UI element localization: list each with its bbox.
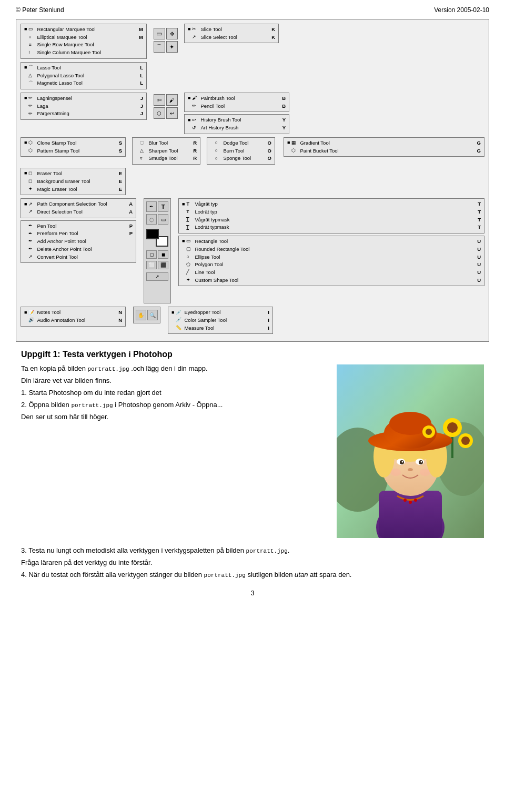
tool-rounded-rect: ■ ▢ Rounded Rectangle Tool U [182,246,481,253]
para-task-4-text: När du testat och förstått alla verktyge… [28,571,204,578]
blur-panel: ■ ◌ Blur Tool R ■ △ Sharpen Tool R ■ ▿ [132,137,200,165]
svg-point-19 [426,429,432,435]
toolbar-jump-btn[interactable]: ↗ [146,272,168,281]
diagram-row-4: ■ ⬡ Clone Stamp Tool S ■ ⬡ Pattern Stamp… [21,137,484,165]
para-task-4: 4. När du testat och förstått alla verkt… [21,571,484,578]
tool-slice-select: ■ ↗ Slice Select Tool K [188,34,275,42]
version-text: Version 2005-02-10 [434,6,489,14]
svg-point-26 [408,468,413,471]
icon-group-4: ⬡ ↩ [154,107,178,119]
tool-clone-stamp: ■ ⬡ Clone Stamp Tool S [24,139,122,147]
tool-sharpen: ■ △ Sharpen Tool R [136,147,197,155]
para-task-4-code: portratt.jpg [204,572,246,578]
tool-lagning: ■ ✏ Lagningspensel J [24,95,143,103]
tool-btn-marquee[interactable]: ▭ [154,28,165,39]
tool-direct-sel: ■ ↗ Direct Selection Tool A [24,208,133,216]
tool-history-brush: ■ ↩ History Brush Tool Y [188,116,286,124]
tool-btn-patch[interactable]: ✄ [154,94,165,106]
center-toolbar-lower: ✋ 🔍 [133,307,160,323]
toolbar-row-2: ◌ ▭ [146,214,168,225]
para-task-4-num: 4. [21,571,28,578]
tool-elliptical-marquee: ■ ○ Elliptical Marquee Tool M [24,34,143,42]
tool-eyedropper: ■ 💉 Eyedropper Tool I [171,309,269,317]
para-task-4-end: att spara den. [308,571,351,578]
tool-v-typemask: ■ T̲ Lodrät typmask T [182,224,481,231]
clone-panel: ■ ⬡ Clone Stamp Tool S ■ ⬡ Pattern Stamp… [21,137,126,157]
tool-btn-magic-wand[interactable]: ✦ [166,41,178,53]
toolbar-std-screen[interactable]: ⬜ [146,261,157,269]
para-3-text: 1. Starta Photoshop om du inte redan gjo… [21,389,161,397]
tool-mag-lasso: ■ ⌒ Magnetic Lasso Tool L [24,79,143,87]
toolbar-normal-mode[interactable]: ◻ [146,250,157,259]
tool-sponge: ■ ○ Sponge Tool O [210,155,271,163]
diagram-row-2: ■ ⌒ Lasso Tool L ■ △ Polygonal Lasso Too… [21,62,484,89]
path-pen-area: ■ ↗ Path Component Selection Tool A ■ ↗ … [21,198,136,263]
tool-gradient: ■ ▦ Gradient Tool G [287,139,481,147]
portrait-svg [337,364,484,538]
blur-dodge-area: ■ ◌ Blur Tool R ■ △ Sharpen Tool R ■ ▿ [132,137,200,165]
para-task-3: 3. Testa nu lungt och metodiskt alla ver… [21,546,484,554]
type-shape-area: ■ T Vågrät typ T ■ T Lodrät typ T ■ T̲ [178,198,484,286]
lasso-panel: ■ ⌒ Lasso Tool L ■ △ Polygonal Lasso Too… [21,62,147,89]
tool-vtype: ■ T Lodrät typ T [182,208,481,216]
task-title: Uppgift 1: Testa verktygen i Photohop [21,350,484,359]
toolbar-zoom-icon[interactable]: 🔍 [147,310,158,320]
dodge-area: ■ ○ Dodge Tool O ■ ○ Burn Tool O ■ ○ [207,137,275,165]
tool-notes: ■ 📝 Notes Tool N [24,309,122,317]
notes-area: ■ 📝 Notes Tool N ■ 🔊 Audio Annotation To… [21,307,126,326]
toolbar-lower-1: ✋ 🔍 [136,310,158,320]
para-4: 2. Öppna bilden portratt.jpg i Photoshop… [21,401,326,409]
toolbar-lower: ✋ 🔍 [133,307,160,323]
toolbar-rect-icon[interactable]: ▭ [158,214,168,225]
para-3: 1. Starta Photoshop om du inte redan gjo… [21,389,326,397]
content-flex: Ta en kopia på bilden portratt.jpg .och … [21,364,484,538]
para-task-3-dot: . [288,546,290,554]
svg-point-24 [402,461,403,463]
svg-point-4 [447,422,458,433]
svg-rect-9 [379,491,442,538]
tool-color-sampler: ■ 💉 Color Sampler Tool I [171,317,269,324]
para-task-4-mid: slutligen bilden [246,571,295,578]
notes-panel: ■ 📝 Notes Tool N ■ 🔊 Audio Annotation To… [21,307,126,326]
tool-magic-eraser: ■ ✦ Magic Eraser Tool E [24,186,122,194]
tool-btn-brush[interactable]: 🖌 [166,94,178,106]
toolbar-mask-mode[interactable]: ◼ [158,250,168,259]
center-icons-1: ▭ ✥ ⌒ ✦ [151,26,180,55]
toolbar-type-icon[interactable]: T [158,201,168,212]
color-swatches [146,229,168,247]
tool-btn-stamp[interactable]: ⬡ [154,107,165,119]
tool-eraser: ■ ◻ Eraser Tool E [24,170,122,178]
eraser-panel: ■ ◻ Eraser Tool E ■ ◻ Background Eraser … [21,168,126,195]
header: © Peter Stenlund Version 2005-02-10 [16,6,489,14]
diagram-row-6: ■ ↗ Path Component Selection Tool A ■ ↗ … [21,198,484,303]
eyedropper-panel: ■ 💉 Eyedropper Tool I ■ 💉 Color Sampler … [168,307,273,334]
svg-point-30 [409,501,412,504]
right-panels-1: ■ 🖌 Paintbrush Tool B ■ ✏ Pencil Tool B … [184,93,289,134]
tool-btn-history[interactable]: ↩ [166,107,178,119]
tool-paintbrush: ■ 🖌 Paintbrush Tool B [188,95,286,103]
svg-point-7 [461,437,470,445]
tool-btn-lasso[interactable]: ⌒ [154,41,165,53]
para-task-3-text: Testa nu lungt och metodiskt alla verkty… [28,546,246,554]
para-2-text: Din lärare vet var bilden finns. [21,377,112,384]
tool-pencil: ■ ✏ Pencil Tool B [188,103,286,110]
tool-btn-move[interactable]: ✥ [166,28,178,39]
tool-burn: ■ ○ Burn Tool O [210,147,271,155]
page-num-text: 3 [250,589,254,597]
diagram-row-5: ■ ◻ Eraser Tool E ■ ◻ Background Eraser … [21,168,484,195]
toolbar-pen-icon[interactable]: ✒ [146,201,157,212]
toolbar-full-screen[interactable]: ⬛ [158,261,168,269]
marquee-panel: ■ ▭ Rectangular Marquee Tool M ■ ○ Ellip… [21,24,147,59]
foreground-color[interactable] [146,229,159,239]
tool-rect: ■ ▭ Rectangle Tool U [182,238,481,246]
path-panel: ■ ↗ Path Component Selection Tool A ■ ↗ … [21,198,136,218]
toolbar-shape-icon[interactable]: ◌ [146,214,157,225]
tool-lasso: ■ ⌒ Lasso Tool L [24,64,143,72]
toolbar-hand-icon[interactable]: ✋ [136,310,146,320]
page: © Peter Stenlund Version 2005-02-10 ■ ▭ … [0,0,505,603]
icon-group-2: ⌒ ✦ [154,41,178,53]
tool-single-row: ■ ≡ Single Row Marquee Tool [24,41,143,49]
para-5: Den ser ut som här till höger. [21,413,326,421]
svg-point-28 [420,469,430,476]
paintbrush-panel: ■ 🖌 Paintbrush Tool B ■ ✏ Pencil Tool B [184,93,289,112]
